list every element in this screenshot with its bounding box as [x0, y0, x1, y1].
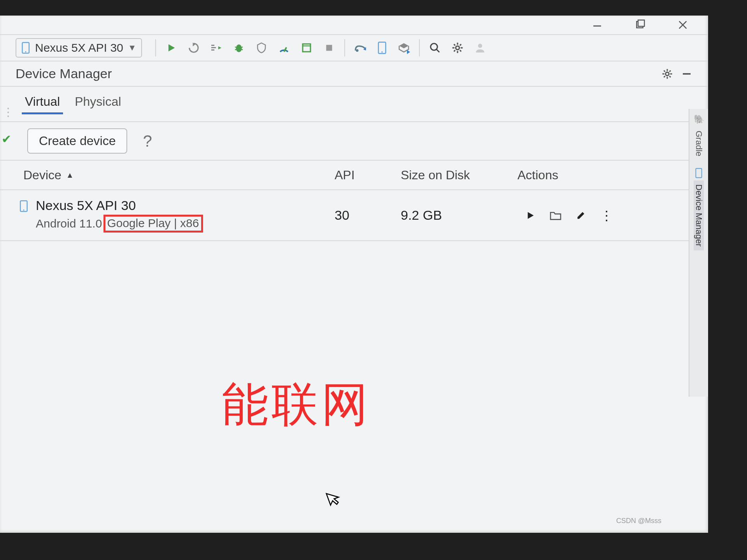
tab-virtual[interactable]: Virtual	[23, 91, 61, 114]
svg-marker-7	[168, 44, 175, 52]
svg-point-29	[456, 46, 459, 49]
svg-line-36	[454, 50, 455, 51]
column-header-size[interactable]: Size on Disk	[401, 168, 510, 182]
svg-point-27	[430, 44, 437, 51]
device-size: 9.2 GB	[401, 208, 442, 222]
svg-rect-9	[211, 45, 214, 46]
svg-line-28	[436, 49, 439, 52]
svg-rect-11	[211, 49, 214, 51]
tab-physical[interactable]: Physical	[73, 91, 123, 114]
help-button[interactable]: ?	[143, 132, 152, 150]
svg-line-37	[460, 44, 461, 46]
svg-marker-26	[407, 50, 410, 54]
avd-manager-button[interactable]	[372, 38, 392, 58]
profile-button[interactable]	[274, 38, 294, 58]
device-api: 30	[335, 208, 349, 222]
stop-button[interactable]	[319, 38, 339, 58]
sync-gradle-button[interactable]	[351, 38, 370, 58]
watermark: CSDN @Msss	[616, 517, 661, 525]
svg-rect-19	[303, 44, 310, 52]
column-header-actions: Actions	[510, 168, 708, 182]
device-tabs: Virtual Physical	[0, 87, 708, 114]
device-manager-icon	[695, 168, 703, 178]
more-actions-button[interactable]: ⋮	[600, 208, 613, 223]
svg-point-6	[25, 51, 26, 52]
svg-point-50	[23, 209, 24, 210]
phone-icon	[19, 200, 28, 212]
edit-avd-button[interactable]	[576, 210, 586, 220]
chevron-down-icon: ▼	[128, 43, 137, 53]
svg-line-47	[670, 70, 671, 72]
device-table-header: Device ▲ API Size on Disk Actions	[0, 161, 708, 190]
svg-marker-51	[528, 212, 534, 219]
annotation-text: 能联网	[222, 373, 371, 437]
svg-rect-2	[638, 20, 644, 26]
phone-icon	[21, 42, 30, 54]
panel-hide-button[interactable]	[681, 68, 700, 80]
panel-title: Device Manager	[16, 66, 661, 81]
svg-rect-52	[696, 168, 701, 178]
svg-point-22	[356, 49, 358, 52]
svg-line-16	[235, 49, 237, 50]
app-inspection-button[interactable]	[297, 38, 316, 58]
search-button[interactable]	[425, 38, 445, 58]
create-device-button[interactable]: Create device	[27, 128, 127, 154]
tool-device-manager[interactable]: Device Manager	[694, 180, 704, 250]
main-toolbar: Nexus 5X API 30 ▼	[0, 34, 708, 61]
svg-line-17	[241, 49, 243, 50]
panel-settings-button[interactable]	[661, 68, 681, 80]
svg-marker-12	[218, 46, 221, 49]
drag-handle-icon[interactable]: ⋮	[2, 105, 14, 119]
svg-point-38	[478, 44, 482, 48]
device-selector-label: Nexus 5X API 30	[35, 41, 123, 54]
svg-line-35	[460, 50, 461, 51]
cursor-icon	[324, 488, 343, 508]
right-tool-dock: 🐘 Gradle Device Manager	[689, 109, 708, 397]
close-button[interactable]	[673, 18, 693, 32]
apply-changes-button[interactable]	[184, 38, 203, 58]
device-subtitle-highlight: Google Play | x86	[103, 215, 203, 233]
coverage-button[interactable]	[252, 38, 271, 58]
svg-rect-21	[326, 45, 332, 51]
column-header-device[interactable]: Device ▲	[0, 168, 323, 182]
maximize-button[interactable]	[630, 18, 650, 32]
device-selector-dropdown[interactable]: Nexus 5X API 30 ▼	[16, 38, 142, 58]
minimize-button[interactable]	[587, 18, 607, 32]
device-name: Nexus 5X API 30	[36, 198, 136, 213]
window-titlebar	[0, 16, 708, 34]
open-folder-button[interactable]	[549, 210, 562, 220]
device-table-row[interactable]: Nexus 5X API 30 Android 11.0 Google Play…	[0, 190, 708, 241]
gradle-icon: 🐘	[694, 114, 704, 124]
account-button[interactable]	[470, 38, 490, 58]
svg-line-46	[664, 76, 665, 77]
svg-rect-10	[211, 47, 216, 48]
launch-avd-button[interactable]	[525, 210, 535, 220]
run-button[interactable]	[161, 38, 181, 58]
svg-point-13	[236, 44, 242, 52]
device-subtitle-prefix: Android 11.0	[36, 217, 102, 230]
settings-button[interactable]	[448, 38, 467, 58]
svg-line-45	[670, 76, 671, 77]
svg-point-25	[381, 51, 382, 52]
debug-button[interactable]	[229, 38, 249, 58]
svg-point-39	[666, 72, 669, 75]
sort-asc-icon: ▲	[66, 171, 74, 180]
build-success-icon: ✔	[2, 132, 11, 146]
device-toolbar: Create device ?	[0, 121, 708, 161]
debug-config-button[interactable]	[207, 38, 226, 58]
svg-line-34	[454, 44, 455, 46]
device-manager-header: Device Manager	[0, 61, 708, 87]
tool-gradle[interactable]: Gradle	[694, 127, 704, 160]
column-header-api[interactable]: API	[323, 168, 401, 182]
sdk-manager-button[interactable]	[394, 38, 414, 58]
svg-line-44	[664, 70, 665, 72]
